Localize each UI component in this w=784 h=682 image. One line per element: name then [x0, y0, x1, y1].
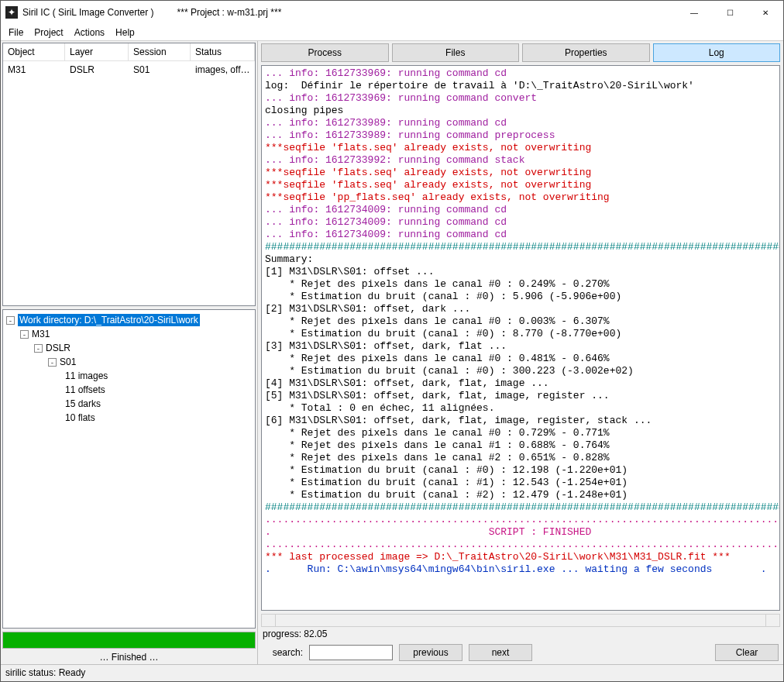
col-layer[interactable]: Layer	[65, 43, 129, 61]
log-line: * Estimation du bruit (canal : #1) : 12.…	[265, 477, 776, 489]
log-line: * Rejet des pixels dans le canal #0 : 0.…	[265, 353, 776, 365]
project-label: *** Project : w-m31.prj ***	[177, 7, 676, 18]
tree-leaf-offsets[interactable]: 11 offsets	[65, 384, 105, 395]
menu-file[interactable]: File	[9, 27, 23, 38]
app-icon: ✦	[5, 6, 18, 19]
log-line: ........................................…	[265, 514, 776, 526]
log-line: * Total : 0 en échec, 11 alignées.	[265, 402, 776, 415]
log-line: [6] M31\DSLR\S01: offset, dark, flat, im…	[265, 415, 776, 427]
left-progressbar	[2, 632, 256, 649]
log-line: * Estimation du bruit (canal : #0) : 300…	[265, 365, 776, 377]
tree-toggle-icon[interactable]: -	[6, 316, 15, 325]
object-table[interactable]: Object Layer Session Status M31 DSLR S01…	[2, 43, 256, 306]
log-line: ... info: 1612733969: running command co…	[265, 92, 776, 105]
log-line: ... info: 1612734009: running command cd	[265, 204, 776, 216]
log-line: [5] M31\DSLR\S01: offset, dark, flat, im…	[265, 390, 776, 402]
log-line: * Rejet des pixels dans le canal #2 : 0.…	[265, 452, 776, 464]
next-button[interactable]: next	[469, 644, 532, 661]
log-line: *** last processed image => D:\_TraitAst…	[265, 551, 776, 563]
close-button[interactable]: ✕	[748, 1, 783, 24]
log-line: ########################################…	[265, 241, 776, 253]
menu-actions[interactable]: Actions	[74, 27, 105, 38]
tree-leaf-darks[interactable]: 15 darks	[65, 398, 101, 409]
log-line: ########################################…	[265, 501, 776, 514]
app-title: Siril IC ( SiriL Image Converter )	[22, 7, 154, 18]
log-line: ***seqfile 'flats.seq' already exists, n…	[265, 142, 776, 154]
search-input[interactable]	[309, 645, 393, 660]
log-hscroll[interactable]	[261, 614, 780, 627]
tree-toggle-icon[interactable]: -	[48, 358, 57, 367]
col-status[interactable]: Status	[191, 43, 255, 61]
log-line: [1] M31\DSLR\S01: offset ...	[265, 266, 776, 278]
log-line: * Estimation du bruit (canal : #2) : 12.…	[265, 489, 776, 501]
log-line: ... info: 1612733992: running command st…	[265, 154, 776, 167]
log-line: [3] M31\DSLR\S01: offset, dark, flat ...	[265, 340, 776, 353]
log-line: log: Définir le répertoire de travail à …	[265, 80, 776, 92]
log-line: ... info: 1612733989: running command cd	[265, 117, 776, 129]
tab-log[interactable]: Log	[653, 43, 781, 62]
tree-node-s01[interactable]: S01	[60, 356, 76, 367]
log-line: ***seqfile 'flats.seq' already exists, n…	[265, 167, 776, 179]
menubar: File Project Actions Help	[1, 24, 783, 41]
log-line: * Rejet des pixels dans le canal #0 : 0.…	[265, 278, 776, 291]
table-row[interactable]: M31 DSLR S01 images, off…	[3, 61, 255, 78]
tab-process[interactable]: Process	[261, 43, 389, 62]
previous-button[interactable]: previous	[399, 644, 462, 661]
tab-properties[interactable]: Properties	[522, 43, 650, 62]
log-line: . SCRIPT : FINISHED .	[265, 526, 776, 539]
log-line: ***seqfile 'pp_flats.seq' already exists…	[265, 191, 776, 204]
titlebar: ✦ Siril IC ( SiriL Image Converter ) ***…	[1, 1, 783, 24]
log-line: ***seqfile 'flats.seq' already exists, n…	[265, 179, 776, 191]
col-object[interactable]: Object	[3, 43, 65, 61]
log-view[interactable]: ... info: 1612733969: running command cd…	[261, 65, 780, 611]
maximize-button[interactable]: ☐	[712, 1, 748, 24]
log-line: ... info: 1612734009: running command cd	[265, 229, 776, 241]
log-line: ........................................…	[265, 539, 776, 551]
log-line: [2] M31\DSLR\S01: offset, dark ...	[265, 303, 776, 315]
menu-project[interactable]: Project	[34, 27, 63, 38]
log-line: * Estimation du bruit (canal : #0) : 12.…	[265, 464, 776, 477]
log-line: ... info: 1612733989: running command pr…	[265, 129, 776, 142]
cell-session: S01	[129, 61, 191, 78]
log-line: Summary:	[265, 253, 776, 266]
col-session[interactable]: Session	[129, 43, 191, 61]
progress-text: progress: 82.05	[258, 627, 783, 641]
tree-leaf-flats[interactable]: 10 flats	[65, 412, 95, 423]
tree-leaf-images[interactable]: 11 images	[65, 370, 108, 381]
tree-toggle-icon[interactable]: -	[20, 330, 29, 339]
log-line: * Rejet des pixels dans le canal #1 : 0.…	[265, 439, 776, 452]
log-line: . Run: C:\awin\msys64\mingw64\bin\siril.…	[265, 563, 776, 576]
work-tree[interactable]: -Work directory: D:\_TraitAstro\20-SiriL…	[2, 309, 256, 629]
tree-node-dslr[interactable]: DSLR	[46, 343, 70, 353]
left-status-label: … Finished …	[1, 650, 257, 664]
tree-root[interactable]: Work directory: D:\_TraitAstro\20-SiriL\…	[18, 314, 200, 326]
search-label: search:	[263, 647, 303, 658]
minimize-button[interactable]: —	[676, 1, 712, 24]
clear-button[interactable]: Clear	[715, 644, 779, 661]
tree-node-m31[interactable]: M31	[32, 329, 50, 339]
log-line: ... info: 1612733969: running command cd	[265, 67, 776, 80]
cell-object: M31	[3, 61, 65, 78]
cell-status: images, off…	[191, 61, 255, 78]
log-line: ... info: 1612734009: running command cd	[265, 216, 776, 229]
log-line: [4] M31\DSLR\S01: offset, dark, flat, im…	[265, 377, 776, 390]
log-line: * Rejet des pixels dans le canal #0 : 0.…	[265, 427, 776, 439]
menu-help[interactable]: Help	[115, 27, 135, 38]
log-line: * Estimation du bruit (canal : #0) : 5.9…	[265, 291, 776, 303]
log-line: closing pipes	[265, 105, 776, 117]
tree-toggle-icon[interactable]: -	[34, 344, 43, 353]
statusbar: sirilic status: Ready	[1, 664, 783, 681]
tab-files[interactable]: Files	[392, 43, 520, 62]
log-line: * Rejet des pixels dans le canal #0 : 0.…	[265, 315, 776, 328]
log-line: * Estimation du bruit (canal : #0) : 8.7…	[265, 328, 776, 340]
cell-layer: DSLR	[65, 61, 129, 78]
